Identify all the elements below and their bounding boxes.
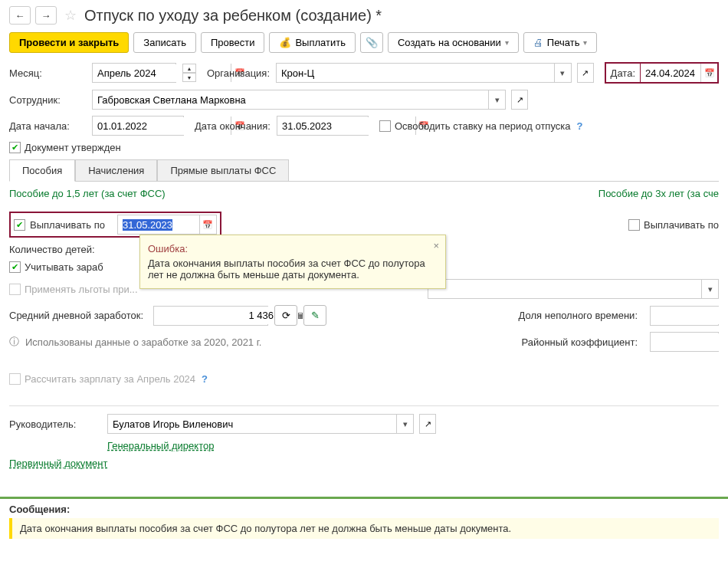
- doc-approved-label: Документ утвержден: [25, 142, 121, 153]
- date-calendar-button[interactable]: 📅: [700, 64, 717, 82]
- children-count-label: Количество детей:: [9, 244, 95, 255]
- employee-label: Сотрудник:: [9, 94, 86, 106]
- benefits-combo-input[interactable]: [428, 281, 701, 298]
- info-icon: ⓘ: [9, 335, 19, 349]
- avg-daily-label: Средний дневной заработок:: [9, 310, 147, 321]
- calc-salary-checkbox: [9, 373, 21, 385]
- employee-dropdown-button[interactable]: ▾: [488, 90, 505, 109]
- manager-open-button[interactable]: ↗: [419, 414, 436, 434]
- primary-doc-link[interactable]: Первичный документ: [9, 458, 107, 469]
- end-date-label: Дата окончания:: [195, 120, 271, 132]
- employee-input[interactable]: [93, 91, 488, 109]
- apply-benefits-checkbox: [9, 284, 21, 295]
- account-earnings-checkbox[interactable]: ✔: [9, 261, 21, 273]
- manager-input[interactable]: [108, 415, 396, 433]
- start-date-label: Дата начала:: [9, 120, 86, 132]
- org-open-button[interactable]: ↗: [577, 63, 594, 83]
- manager-label: Руководитель:: [9, 418, 101, 430]
- refresh-button[interactable]: ⟳: [274, 305, 297, 326]
- pay-until-2-label: Выплачивать по: [644, 219, 719, 231]
- month-up-button[interactable]: ▲: [182, 64, 196, 73]
- tooltip-text: Дата окончания выплаты пособия за счет Ф…: [148, 258, 438, 281]
- post-button[interactable]: Провести: [201, 32, 265, 53]
- edit-button[interactable]: ✎: [303, 305, 326, 326]
- tab-benefits[interactable]: Пособия: [9, 159, 75, 182]
- money-icon: 💰: [279, 37, 291, 48]
- messages-title: Сообщения:: [9, 499, 719, 518]
- message-item[interactable]: Дата окончания выплаты пособия за счет Ф…: [9, 518, 719, 539]
- release-rate-label: Освободить ставку на период отпуска: [395, 120, 571, 132]
- print-button-label: Печать: [547, 37, 580, 48]
- printer-icon: 🖨: [533, 37, 543, 48]
- part-time-input[interactable]: [651, 307, 728, 324]
- org-dropdown-button[interactable]: ▾: [554, 64, 571, 82]
- nav-back-button[interactable]: ←: [9, 6, 31, 25]
- date-input[interactable]: [641, 64, 700, 82]
- pencil-icon: ✎: [311, 310, 320, 321]
- pay-until-value: 31.05.2023: [123, 219, 172, 231]
- page-title: Отпуск по уходу за ребенком (создание) *: [84, 7, 382, 25]
- region-coef-label: Районный коэффициент:: [521, 336, 638, 348]
- release-rate-help-icon[interactable]: ?: [576, 120, 582, 132]
- post-and-close-button[interactable]: Провести и закрыть: [9, 32, 129, 53]
- benefits-combo-dropdown[interactable]: ▾: [701, 280, 718, 298]
- avg-daily-input[interactable]: [154, 307, 292, 324]
- refresh-icon: ⟳: [282, 310, 290, 321]
- benefit-1-5-section: Пособие до 1,5 лет (за счет ФСС): [9, 188, 166, 199]
- release-rate-checkbox[interactable]: [379, 120, 391, 132]
- pay-button[interactable]: 💰 Выплатить: [269, 32, 356, 53]
- doc-approved-checkbox[interactable]: ✔: [9, 142, 21, 153]
- account-earnings-label: Учитывать зараб: [25, 261, 103, 273]
- tooltip-close-button[interactable]: ×: [433, 240, 439, 251]
- org-input[interactable]: [277, 64, 554, 82]
- attach-button[interactable]: 📎: [360, 32, 383, 53]
- pay-button-label: Выплатить: [295, 37, 346, 48]
- tab-direct-fss[interactable]: Прямые выплаты ФСС: [157, 159, 289, 182]
- tooltip-title: Ошибка:: [148, 243, 438, 254]
- region-coef-input[interactable]: [651, 333, 728, 351]
- tab-accruals[interactable]: Начисления: [75, 159, 157, 182]
- paperclip-icon: 📎: [366, 37, 378, 48]
- part-time-label: Доля неполного времени:: [519, 310, 638, 321]
- create-based-button[interactable]: Создать на основании: [388, 32, 519, 53]
- org-label: Организация:: [207, 67, 270, 79]
- apply-benefits-label: Применять льготы при...: [25, 284, 138, 295]
- benefit-3-section: Пособие до 3х лет (за сче: [598, 188, 719, 199]
- calendar-icon: 📅: [704, 68, 715, 78]
- date-label: Дата:: [606, 64, 640, 82]
- calendar-icon: 📅: [202, 220, 213, 230]
- favorite-star-icon[interactable]: ☆: [64, 7, 77, 24]
- nav-forward-button[interactable]: →: [35, 6, 57, 25]
- pay-until-2-checkbox[interactable]: [628, 219, 640, 231]
- error-tooltip: × Ошибка: Дата окончания выплаты пособия…: [139, 235, 446, 289]
- month-down-button[interactable]: ▼: [182, 73, 196, 82]
- pay-until-checkbox[interactable]: ✔: [14, 219, 25, 231]
- pay-until-label: Выплачивать по: [30, 219, 105, 231]
- month-label: Месяц:: [9, 67, 86, 79]
- message-text: Дата окончания выплаты пособия за счет Ф…: [20, 523, 511, 534]
- manager-dropdown-button[interactable]: ▾: [396, 415, 413, 433]
- employee-open-button[interactable]: ↗: [511, 90, 528, 110]
- save-button[interactable]: Записать: [133, 32, 196, 53]
- print-button[interactable]: 🖨 Печать: [523, 32, 598, 53]
- used-data-label: Использованы данные о заработке за 2020,…: [25, 336, 261, 348]
- calc-salary-label: Рассчитать зарплату за Апрель 2024: [25, 373, 195, 385]
- pay-until-calendar-button[interactable]: 📅: [199, 215, 216, 234]
- pay-until-input[interactable]: 31.05.2023: [118, 216, 199, 234]
- calc-salary-help-icon[interactable]: ?: [202, 373, 208, 385]
- manager-position-link[interactable]: Генеральный директор: [107, 440, 214, 451]
